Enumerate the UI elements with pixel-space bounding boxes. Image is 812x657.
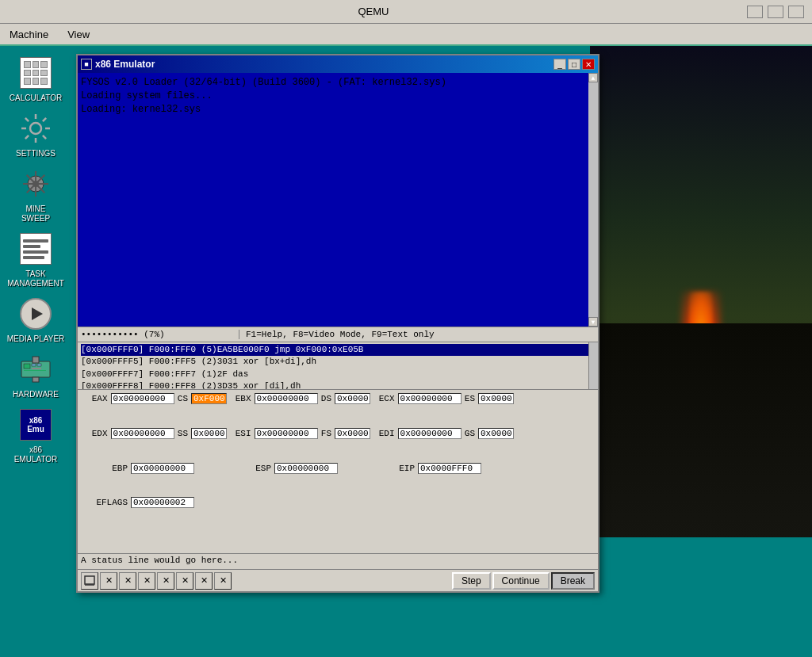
- scroll-up-button[interactable]: ▲: [588, 73, 598, 82]
- reg-ecx-label: ECX: [371, 394, 395, 403]
- toolbar-btn-2[interactable]: ✕: [100, 572, 117, 590]
- mediaplayer-icon: [17, 295, 55, 333]
- reg-eax-row: EAX 0x00000000 CS 0xF000: [84, 392, 227, 406]
- emulator-titlebar: ■ x86 Emulator _ □ ✕: [78, 55, 598, 73]
- disassembly-area: [0x000FFFF0] F000:FFF0 (5)EA5BE000F0 jmp…: [78, 342, 598, 390]
- svg-point-14: [33, 181, 39, 187]
- reg-gs-value: 0x0000: [478, 428, 514, 439]
- reg-es-label: ES: [465, 394, 475, 403]
- scroll-down-button[interactable]: ▼: [588, 317, 598, 327]
- minimize-button[interactable]: _: [553, 59, 566, 70]
- reg-edi-row: EDI 0x00000000 GS 0x0000: [371, 426, 514, 441]
- svg-rect-21: [33, 357, 39, 363]
- reg-fs-value: 0x0000: [335, 428, 370, 439]
- svg-rect-23: [85, 576, 94, 584]
- reg-ebp-label: EBP: [84, 464, 128, 473]
- reg-esp-row: ESP 0x00000000: [228, 461, 370, 476]
- sidebar-item-settings[interactable]: SETTINGS: [4, 109, 67, 159]
- disasm-line-1: [0x000FFFF0] F000:FFF0 (5)EA5BE000F0 jmp…: [81, 344, 595, 356]
- sidebar-item-hardware[interactable]: HARDWARE: [4, 350, 67, 399]
- reg-ds-label: DS: [321, 394, 331, 403]
- close-button[interactable]: ✕: [582, 59, 595, 70]
- menu-view[interactable]: View: [64, 27, 93, 42]
- reg-ebx-row: EBX 0x00000000 DS 0x0000: [228, 392, 370, 406]
- app-title: QEMU: [0, 6, 747, 17]
- svg-line-5: [25, 118, 29, 121]
- reg-edx-value: 0x00000000: [111, 428, 174, 439]
- svg-rect-17: [32, 364, 36, 366]
- reg-eflags-label: EFLAGS: [84, 498, 128, 507]
- taskbar-icon-3[interactable]: [788, 6, 804, 18]
- minesweep-label: MINESWEEP: [21, 204, 50, 223]
- toolbar-btn-7[interactable]: ✕: [195, 572, 213, 590]
- reg-eax-value: 0x00000000: [111, 393, 174, 404]
- toolbar-btn-3[interactable]: ✕: [119, 572, 136, 590]
- toolbar-btn-1[interactable]: [81, 572, 98, 590]
- status-line: A status line would go here...: [78, 553, 598, 569]
- sidebar-item-calculator[interactable]: CALCULATOR: [4, 54, 67, 103]
- reg-cs-label: CS: [178, 394, 188, 403]
- emulator-window-title: x86 Emulator: [95, 59, 550, 70]
- toolbar-btn-5[interactable]: ✕: [157, 572, 174, 590]
- window-controls: _ □ ✕: [553, 59, 595, 70]
- reg-ss-label: SS: [178, 429, 188, 438]
- maximize-button[interactable]: □: [568, 59, 580, 70]
- sidebar-item-minesweep[interactable]: MINESWEEP: [4, 165, 67, 223]
- reg-ebp-row: EBP 0x00000000: [84, 461, 227, 476]
- reg-ss-value: 0x0000: [191, 428, 227, 439]
- sidebar: CALCULATOR: [0, 46, 71, 657]
- toolbar-bottom: ✕ ✕ ✕ ✕ ✕ ✕ ✕ Step Continue Break: [78, 569, 598, 591]
- terminal-line-1: FYSOS v2.0 Loader (32/64-bit) (Build 360…: [81, 76, 595, 90]
- status-line-text: A status line would go here...: [81, 556, 238, 565]
- emulator-icon: x86Emu: [17, 406, 55, 444]
- settings-icon: [17, 109, 55, 147]
- reg-eax-label: EAX: [84, 394, 108, 403]
- step-button[interactable]: Step: [452, 572, 491, 590]
- terminal-line-2: Loading system files...: [81, 90, 595, 103]
- reg-esp-label: ESP: [228, 464, 271, 473]
- toolbar-btn-8[interactable]: ✕: [214, 572, 232, 590]
- reg-gs-label: GS: [465, 429, 475, 438]
- disasm-scrollbar[interactable]: [588, 342, 598, 389]
- terminal-line-3: Loading: kernel32.sys: [81, 103, 595, 117]
- sidebar-item-task[interactable]: TASKMANAGEMENT: [4, 230, 67, 288]
- svg-line-8: [25, 136, 29, 139]
- reg-esi-row: ESI 0x00000000 FS 0x0000: [228, 426, 370, 441]
- disasm-line-4: [0x000FFFF8] F000:FFF8 (2)3D35 xor [di],…: [81, 380, 595, 390]
- toolbar-btn-4[interactable]: ✕: [138, 572, 155, 590]
- svg-line-6: [43, 136, 46, 139]
- reg-edi-label: EDI: [371, 429, 395, 438]
- menu-machine[interactable]: Machine: [6, 27, 52, 42]
- status-help: F1=Help, F8=Video Mode, F9=Text only: [239, 330, 595, 339]
- svg-line-7: [43, 118, 46, 121]
- disasm-line-2: [0x000FFFF5] F000:FFF5 (2)3031 xor [bx+d…: [81, 356, 595, 368]
- reg-es-value: 0x0000: [478, 393, 514, 404]
- taskbar-icons: [747, 6, 812, 18]
- continue-button[interactable]: Continue: [492, 572, 550, 590]
- reg-eflags-value: 0x00000002: [131, 497, 194, 508]
- registers-area: EAX 0x00000000 CS 0xF000 EBX 0x00000000 …: [78, 390, 598, 531]
- minesweep-icon: [17, 165, 55, 203]
- task-icon: [17, 230, 55, 268]
- emulator-window-icon: ■: [81, 59, 92, 70]
- terminal-area: FYSOS v2.0 Loader (32/64-bit) (Build 360…: [78, 73, 598, 327]
- background-image: [590, 46, 812, 537]
- sidebar-item-emulator[interactable]: x86Emu x86EMULATOR: [4, 406, 67, 464]
- reg-eip-row: EIP 0x0000FFF0: [371, 461, 514, 476]
- toolbar-btn-6[interactable]: ✕: [176, 572, 193, 590]
- reg-ecx-row: ECX 0x00000000 ES 0x0000: [371, 392, 514, 406]
- terminal-scrollbar[interactable]: ▲ ▼: [588, 73, 598, 327]
- break-button[interactable]: Break: [551, 572, 595, 590]
- disasm-line-3: [0x000FFFF7] F000:FFF7 (1)2F das: [81, 369, 595, 380]
- mediaplayer-label: MEDIA PLAYER: [7, 334, 65, 344]
- svg-rect-19: [32, 368, 41, 369]
- reg-eip-label: EIP: [371, 464, 415, 473]
- menubar: Machine View: [0, 24, 812, 46]
- task-label: TASKMANAGEMENT: [7, 269, 64, 288]
- calculator-icon: [17, 54, 55, 92]
- taskbar-icon-1[interactable]: [747, 6, 763, 18]
- taskbar-icon-2[interactable]: [768, 6, 783, 18]
- reg-fs-label: FS: [321, 429, 331, 438]
- sidebar-item-mediaplayer[interactable]: MEDIA PLAYER: [4, 295, 67, 344]
- reg-cs-value: 0xF000: [191, 393, 227, 404]
